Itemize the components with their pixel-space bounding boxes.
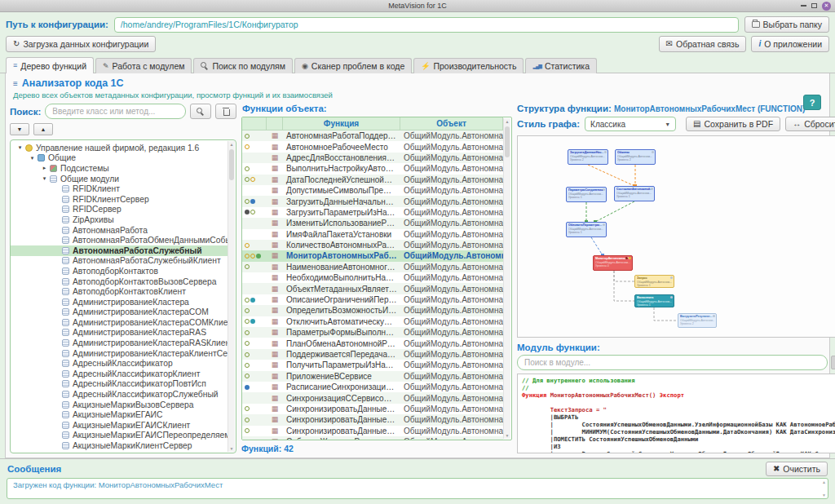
column-object[interactable]: Объект [400, 117, 503, 130]
tree-item[interactable]: АвтоподборКонтактовВызовСервера [11, 276, 228, 287]
table-row[interactable]: ▦РасписаниеСинхронизацииДанных...ОбщийМо… [242, 382, 503, 392]
help-button[interactable]: ? [803, 95, 821, 110]
tree-item[interactable]: АкцизныеМаркиВызовСервера [11, 400, 228, 410]
table-row[interactable]: ▦ОпределитьВозможностьИзменени...ОбщийМо… [242, 305, 503, 316]
about-button[interactable]: i О приложении [751, 36, 829, 52]
table-row[interactable]: ▦ПараметрыФормыВыполненияОбм...ОбщийМоду… [242, 327, 503, 338]
tree-item[interactable]: ZipАрхивы [11, 214, 228, 225]
table-row[interactable]: ▦ДопустимыеСимволыПрефиксаАвт...ОбщийМод… [242, 185, 503, 196]
graph-node[interactable]: ОбменыОбщийМодуль.Автоном...Уровень 2 [615, 149, 656, 165]
tree-item[interactable]: АдминистрированиеКластераКлиентСервер [11, 348, 228, 359]
table-row[interactable]: ▦ПоддерживаетсяПередачаБольших...ОбщийМо… [242, 349, 503, 360]
tree-item[interactable]: ▸Подсистемы [11, 163, 228, 174]
tree-item[interactable]: ▾Общие модули [11, 174, 228, 184]
graph-node[interactable]: СостояниеАвтономной...ОбщийМодуль.Автоно… [614, 186, 655, 201]
expand-all-button[interactable]: ▲ [33, 123, 53, 135]
choose-folder-button[interactable]: Выбрать папку [744, 16, 829, 33]
table-row[interactable]: ▦КоличествоАвтономныхРабочихМестОбщийМод… [242, 240, 503, 250]
reset-zoom-button[interactable]: ↔ Сбросить масштаб [785, 117, 835, 131]
tree-item[interactable]: АвтоподборКонтактов [11, 266, 228, 276]
tree-item[interactable]: АвтономнаяРаботаСлужебныйКлиент [11, 256, 228, 267]
module-code-view[interactable]: // Для внутреннего использования//Функци… [517, 374, 835, 453]
scroll-down-icon[interactable]: ▼ [822, 493, 826, 497]
feedback-button[interactable]: ✉ Обратная связь [659, 36, 747, 52]
tree-item[interactable]: АдминистрированиеКластера [11, 297, 228, 307]
graph-node[interactable]: ВыполнитьОбщийМодуль.Автоном...Уровень 1 [634, 294, 674, 307]
table-row[interactable]: ▦НаименованиеАвтономногоРабоче...ОбщийМо… [242, 262, 503, 272]
expand-icon[interactable]: ▾ [28, 155, 37, 161]
close-icon[interactable] [822, 2, 831, 11]
clear-search-button[interactable] [215, 104, 236, 119]
table-row[interactable]: ▦ОтключитьАвтоматическуюСинхро...ОбщийМо… [242, 316, 503, 327]
table-row[interactable]: ▦СинхронизацияССервисомДавноНе...ОбщийМо… [242, 392, 503, 403]
tree-item[interactable]: АкцизныеМаркиКлиентСервер [11, 440, 228, 451]
tree-item[interactable]: АдминистрированиеКластераRASКлиентСервер [11, 338, 228, 348]
tree-item[interactable]: RFIDКлиент [11, 183, 228, 194]
expand-icon[interactable]: ▸ [40, 165, 49, 171]
tree-item[interactable]: АвтономнаяРабота [11, 225, 228, 236]
graph-node[interactable]: ПараметрыСоединения...ОбщийМодуль.Автоно… [566, 187, 607, 202]
tree-item[interactable]: АдминистрированиеКластераCOM [11, 307, 228, 318]
tree-item[interactable]: АвтономнаяРаботаОбменДаннымиСобытия [11, 235, 228, 245]
table-row[interactable]: ▦АвтономнаяРаботаПоддерживаетсяОбщийМоду… [242, 130, 503, 141]
table-row[interactable]: ▦ПолучитьПараметрыИзНачального...ОбщийМо… [242, 360, 503, 370]
table-row[interactable]: ▦ЗагрузитьПараметрыИзНачального...ОбщийМ… [242, 207, 503, 218]
table-row[interactable]: ▦ИмяФайлаПакетаУстановкиОбщийМодуль.Авто… [242, 229, 503, 240]
search-input[interactable] [45, 104, 186, 119]
graph-style-select[interactable]: Классика ▼ [585, 117, 676, 131]
save-pdf-button[interactable]: ▤ Сохранить в PDF [686, 117, 780, 131]
table-row[interactable]: ▦ИзменитьИспользованиеРазделенияОбщийМод… [242, 218, 503, 228]
table-row[interactable]: ▦АвтономноеРабочееМестоОбщийМодуль.Автон… [242, 141, 503, 152]
graph-node[interactable]: ВыгрузитьРезультат...ОбщийМодуль.Автоном… [678, 313, 717, 328]
tree-scrollbar[interactable]: ▲▼ [228, 141, 235, 452]
graph-node[interactable]: ЗапросОбщийМодуль.Автоном...Уровень 1 [634, 275, 674, 288]
tree-item[interactable]: АкцизныеМаркиЕГАИСПереопределяемый [11, 431, 228, 441]
scroll-up-icon[interactable]: ▲ [822, 480, 826, 484]
tree-item[interactable]: АдминистрированиеКластераRAS [11, 328, 228, 338]
tree-item[interactable]: АкцизныеМаркиУНФ [11, 451, 228, 453]
config-path-input[interactable] [114, 17, 739, 33]
table-row[interactable]: ▦ДатаПоследнейУспешнойСинхрони...ОбщийМо… [242, 175, 503, 185]
graph-node[interactable]: МониторАвтономныхРа...ОбщийМодуль.Автоно… [593, 255, 633, 271]
tree-item[interactable]: АдресныйКлассификатор [11, 358, 228, 369]
module-search-input[interactable] [517, 355, 828, 370]
table-row[interactable]: ▦ПланОбменаАвтономнойРаботыОбщийМодуль.А… [242, 338, 503, 348]
load-config-button[interactable]: ↻ Загрузка данных конфигурации [6, 36, 156, 52]
tree-item[interactable]: АкцизныеМаркиЕГАИСКлиент [11, 420, 228, 431]
collapse-all-button[interactable]: ▼ [10, 123, 29, 135]
table-row[interactable]: ▦СобытиеЖурналаРегистрацииСинх...ОбщийМо… [242, 436, 503, 440]
tab-code-scanner[interactable]: ◉Сканер проблем в коде [294, 58, 412, 73]
table-row[interactable]: ▦ОбъектМетаданныхЯвляетсяИсклю...ОбщийМо… [242, 283, 503, 294]
tree-item[interactable]: АдресныйКлассификаторПовтИсп [11, 379, 228, 390]
table-row[interactable]: ▦СинхронизироватьДанныеСПрило...ОбщийМод… [242, 404, 503, 414]
graph-node[interactable]: ОбновитьПараметры...ОбщийМодуль.Автоном.… [566, 222, 607, 237]
tree-item[interactable]: АдминистрированиеКластераCOMКлиентСервер [11, 317, 228, 328]
tab-module-search[interactable]: Поиск по модулям [193, 58, 292, 73]
tab-performance[interactable]: ⚡Производительность [413, 58, 524, 73]
table-row[interactable]: ▦ВыполнитьНастройкуАвтономного...ОбщийМо… [242, 163, 503, 174]
tree-item[interactable]: ▾Общие [11, 153, 228, 164]
table-row[interactable]: ▦СинхронизироватьДанныеСПрило...ОбщийМод… [242, 426, 503, 436]
table-row[interactable]: ▦ОписаниеОграниченийПередачиД...ОбщийМод… [242, 294, 503, 305]
tree-item[interactable]: АкцизныеМаркиЕГАИС [11, 409, 228, 420]
tab-module-work[interactable]: ✎Работа с модулем [95, 58, 192, 73]
minimize-icon[interactable] [801, 5, 806, 7]
table-scrollbar[interactable]: ▲▼ [503, 118, 510, 439]
table-row[interactable]: ▦ПриложениеВСервисеОбщийМодуль.Автономна… [242, 371, 503, 382]
graph-node[interactable]: ЗагрузитьДанныеНач...ОбщийМодуль.Автоном… [568, 149, 608, 165]
table-row[interactable]: ▦ЗагрузитьДанныеНачальногоОбразаОбщийМод… [242, 196, 503, 206]
table-row[interactable]: ▦АдресДляВосстановленияПароляУч...ОбщийМ… [242, 153, 503, 163]
tree-item[interactable]: RFIDСервер [11, 205, 228, 215]
tab-function-tree[interactable]: ≡Дерево функций [6, 57, 94, 73]
tree-item[interactable]: RFIDКлиентСервер [11, 194, 228, 205]
expand-icon[interactable]: ▾ [40, 175, 49, 182]
tab-statistics[interactable]: ▂▄▆Статистика [525, 58, 597, 73]
table-row[interactable]: ▦МониторАвтономныхРабочихМестОбщийМодуль… [242, 250, 503, 261]
clear-messages-button[interactable]: ✖ Очистить [766, 462, 828, 476]
tree-item[interactable]: АдресныйКлассификаторСлужебный [11, 389, 228, 400]
table-row[interactable]: ▦НеобходимоВыполнитьНастройкуА...ОбщийМо… [242, 272, 503, 283]
tree-item[interactable]: АвтономнаяРаботаСлужебный [11, 245, 228, 256]
column-function[interactable]: Функция [283, 117, 400, 130]
expand-icon[interactable]: ▾ [15, 144, 24, 151]
search-button[interactable] [190, 104, 211, 119]
